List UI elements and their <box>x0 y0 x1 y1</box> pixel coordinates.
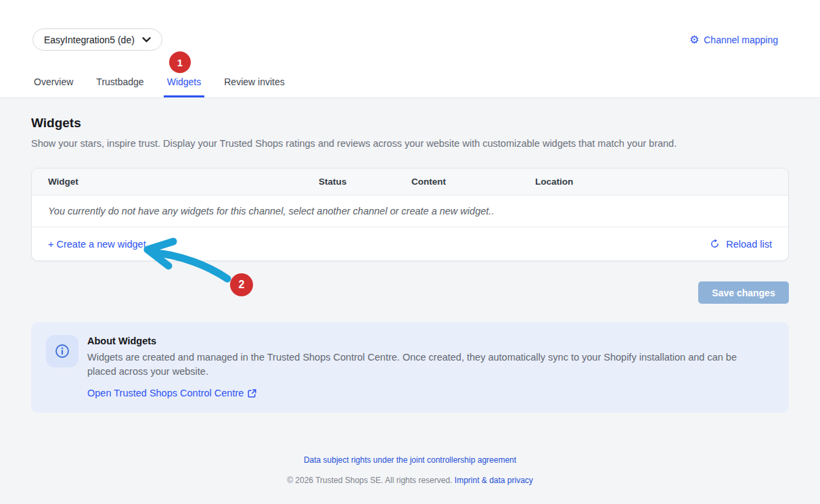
external-link-icon <box>248 389 256 398</box>
gear-icon: ⚙ <box>689 35 699 45</box>
create-widget-link[interactable]: + Create a new widget <box>48 239 146 250</box>
column-header-content: Content <box>411 177 535 187</box>
open-control-centre-label: Open Trusted Shops Control Centre <box>87 388 244 398</box>
page-footer: Data subject rights under the joint cont… <box>31 453 789 485</box>
reload-list-label: Reload list <box>726 239 772 250</box>
channel-mapping-link[interactable]: ⚙ Channel mapping <box>689 35 778 45</box>
page-title: Widgets <box>31 116 789 131</box>
info-box-title: About Widgets <box>87 336 760 346</box>
widgets-table-card: Widget Status Content Location You curre… <box>31 168 789 261</box>
tab-overview[interactable]: Overview <box>33 76 74 97</box>
step-badge-1: 1 <box>169 51 191 73</box>
step-badge-2: 2 <box>230 273 253 296</box>
about-widgets-info-box: About Widgets Widgets are created and ma… <box>31 322 789 413</box>
save-changes-button[interactable]: Save changes <box>698 281 789 304</box>
info-box-body: Widgets are created and managed in the T… <box>87 350 760 379</box>
column-header-widget: Widget <box>48 177 319 187</box>
reload-list-link[interactable]: Reload list <box>710 239 772 250</box>
channel-mapping-label: Channel mapping <box>704 35 778 45</box>
page-subtitle: Show your stars, inspire trust. Display … <box>31 138 789 149</box>
data-subject-rights-link[interactable]: Data subject rights under the joint cont… <box>304 455 516 465</box>
tab-bar: Overview Trustbadge Widgets Review invit… <box>0 76 820 97</box>
refresh-icon <box>710 239 720 249</box>
tab-widgets[interactable]: Widgets <box>166 76 202 97</box>
info-icon <box>46 335 78 367</box>
copyright-text: © 2026 Trusted Shops SE. All rights rese… <box>287 476 452 485</box>
tab-review-invites[interactable]: Review invites <box>223 76 285 97</box>
column-header-status: Status <box>319 177 411 187</box>
column-header-location: Location <box>535 177 772 187</box>
table-empty-row: You currently do not have any widgets fo… <box>32 196 788 227</box>
table-action-row: + Create a new widget Reload list <box>32 227 788 260</box>
tab-trustbadge[interactable]: Trustbadge <box>95 76 144 97</box>
channel-selector-label: EasyIntegration5 (de) <box>44 35 135 45</box>
imprint-privacy-link[interactable]: Imprint & data privacy <box>455 476 533 485</box>
app-header: EasyIntegration5 (de) ⚙ Channel mapping … <box>0 0 820 98</box>
channel-selector-dropdown[interactable]: EasyIntegration5 (de) <box>32 28 162 51</box>
table-header-row: Widget Status Content Location <box>32 168 788 196</box>
main-content: Widgets Show your stars, inspire trust. … <box>0 116 820 485</box>
open-control-centre-link[interactable]: Open Trusted Shops Control Centre <box>87 388 256 398</box>
empty-state-message: You currently do not have any widgets fo… <box>48 206 494 216</box>
chevron-down-icon <box>142 37 151 43</box>
